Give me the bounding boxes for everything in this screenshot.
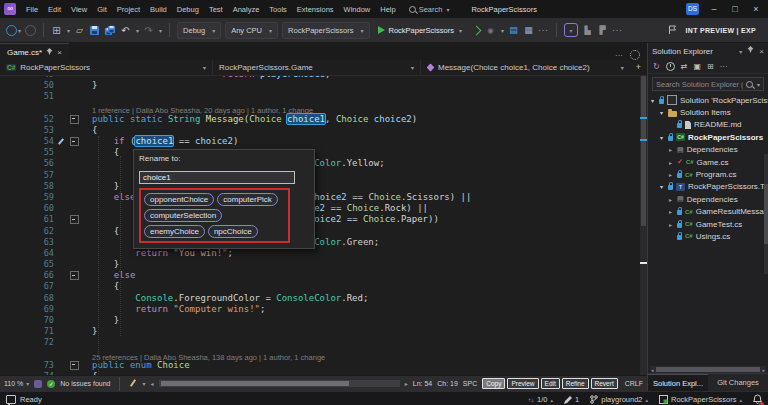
tab-close-icon[interactable]: × bbox=[57, 48, 62, 57]
minimize-button[interactable]: – bbox=[708, 4, 720, 14]
menu-tools[interactable]: Tools bbox=[264, 5, 292, 14]
feedback-icon[interactable] bbox=[6, 395, 16, 404]
menu-analyze[interactable]: Analyze bbox=[228, 5, 265, 14]
tree-item-game-cs[interactable]: ▸Game.cs bbox=[648, 156, 768, 168]
switch-views-icon[interactable] bbox=[653, 62, 660, 71]
expand-arrow-icon[interactable]: ▾ bbox=[660, 134, 668, 141]
properties-icon[interactable] bbox=[707, 62, 714, 71]
sync-commits-indicator[interactable]: ↑↓1/0▴ bbox=[528, 395, 553, 404]
panel-pin-icon[interactable] bbox=[747, 46, 754, 56]
fold-marker[interactable] bbox=[70, 115, 79, 124]
branch-indicator[interactable]: playground2▴ bbox=[590, 395, 648, 404]
toolbar-overflow-2-icon[interactable] bbox=[612, 23, 623, 37]
rename-suggestion-chip[interactable]: npcChoice bbox=[208, 225, 258, 238]
maximize-button[interactable]: □ bbox=[729, 4, 741, 14]
breadcrumb-type[interactable]: RockPaperScissors.Game▾ bbox=[212, 60, 420, 75]
save-all-icon[interactable] bbox=[104, 23, 116, 37]
open-file-icon[interactable] bbox=[74, 23, 85, 37]
navigate-forward-icon[interactable] bbox=[25, 23, 36, 37]
undo-icon[interactable] bbox=[120, 23, 131, 37]
quill-chevron[interactable]: ▾ bbox=[143, 380, 146, 387]
quill-icon[interactable] bbox=[128, 379, 137, 388]
panel-tab-solution-expl[interactable]: Solution Expl... bbox=[648, 374, 708, 391]
scroll-right-arrow[interactable]: ▸ bbox=[405, 380, 408, 387]
menu-git[interactable]: Git bbox=[92, 5, 112, 14]
panel-vertical-scrollbar[interactable] bbox=[764, 154, 768, 274]
toolbar-overflow-icon[interactable]: ··· bbox=[720, 62, 728, 71]
fold-marker[interactable] bbox=[70, 361, 79, 370]
scroll-left-arrow[interactable]: ◂ bbox=[151, 380, 154, 387]
fold-marker[interactable] bbox=[70, 137, 79, 146]
panel-horizontal-scrollbar[interactable]: ◂ ▸ bbox=[650, 366, 766, 373]
menu-extensions[interactable]: Extensions bbox=[292, 5, 339, 14]
split-editor-icon[interactable]: + bbox=[630, 62, 647, 72]
redo-icon[interactable] bbox=[143, 23, 154, 37]
eol-indicator[interactable]: CRLF bbox=[625, 380, 643, 387]
char-indicator[interactable]: Ch: 19 bbox=[437, 380, 458, 387]
notifications-bell-icon[interactable] bbox=[753, 394, 762, 405]
tree-item-dependencies[interactable]: ▸Dependencies bbox=[648, 144, 768, 156]
editor-button-refine[interactable]: Refine bbox=[562, 378, 589, 389]
expand-arrow-icon[interactable]: ▸ bbox=[669, 146, 677, 153]
navigate-backward-icon[interactable]: ▾ bbox=[6, 23, 21, 37]
rename-input[interactable] bbox=[139, 171, 295, 184]
panel-chevron-icon[interactable]: ▾ bbox=[739, 48, 742, 55]
solution-search-input[interactable]: Search Solution Explorer ( ▾ bbox=[652, 77, 764, 91]
toolbar-overflow-icon[interactable] bbox=[538, 23, 549, 37]
editor-button-edit[interactable]: Edit bbox=[541, 378, 560, 389]
tree-item-solution-items[interactable]: ▾Solution Items bbox=[648, 106, 768, 118]
search-control[interactable]: Search ▾ bbox=[409, 5, 450, 14]
rename-suggestion-chip[interactable]: enemyChoice bbox=[144, 225, 205, 238]
configuration-dropdown[interactable]: Debug▾ bbox=[177, 22, 221, 39]
tree-item-readme-md[interactable]: README.md bbox=[648, 119, 768, 131]
menu-window[interactable]: Window bbox=[339, 5, 376, 14]
undo-chevron[interactable]: ▾ bbox=[136, 27, 139, 34]
redo-chevron[interactable]: ▾ bbox=[159, 27, 162, 34]
scrollbar-thumb[interactable] bbox=[656, 367, 761, 372]
document-health-icon[interactable] bbox=[34, 380, 42, 388]
tree-item-dependencies[interactable]: ▸Dependencies bbox=[648, 193, 768, 205]
new-project-icon[interactable] bbox=[51, 23, 62, 37]
expand-arrow-icon[interactable]: ▸ bbox=[669, 208, 677, 215]
fold-marker[interactable] bbox=[70, 215, 79, 224]
tree-item-program-cs[interactable]: ▸Program.cs bbox=[648, 168, 768, 180]
spaces-indicator[interactable]: SPC bbox=[463, 380, 477, 387]
panel-close-icon[interactable]: × bbox=[759, 47, 764, 56]
task-list-icon[interactable] bbox=[597, 23, 608, 37]
menu-edit[interactable]: Edit bbox=[43, 5, 66, 14]
copilot-icon[interactable]: ▾ bbox=[564, 23, 578, 37]
expand-arrow-icon[interactable]: ▸ bbox=[669, 159, 677, 166]
tree-item-gameresultmessagete[interactable]: ▸GameResultMessageTe bbox=[648, 206, 768, 218]
expand-arrow-icon[interactable]: ▾ bbox=[660, 109, 668, 116]
live-share-icon[interactable] bbox=[582, 23, 593, 37]
scrollbar-thumb[interactable] bbox=[641, 76, 646, 226]
editor-vertical-scrollbar[interactable] bbox=[640, 76, 647, 375]
save-icon[interactable] bbox=[89, 23, 100, 37]
close-button[interactable]: × bbox=[750, 4, 762, 14]
tree-item-solution-rockpaperscissors-2[interactable]: ▾Solution 'RockPaperScissors' (2 bbox=[648, 94, 768, 106]
rename-suggestion-chip[interactable]: computerPick bbox=[217, 193, 277, 206]
panel-tab-git-changes[interactable]: Git Changes bbox=[708, 374, 768, 391]
menu-build[interactable]: Build bbox=[145, 5, 172, 14]
tree-item-usings-cs[interactable]: Usings.cs bbox=[648, 230, 768, 242]
codelens-annotation[interactable]: 1 reference | Dalia Abo Sheasha, 20 days… bbox=[0, 102, 640, 113]
repository-indicator[interactable]: RockPaperScissors▴ bbox=[659, 395, 742, 404]
tree-item-rockpaperscissors[interactable]: ▾RockPaperScissors bbox=[648, 131, 768, 143]
tab-game-cs[interactable]: Game.cs* × bbox=[0, 43, 69, 60]
hot-reload-chevron[interactable]: ▾ bbox=[501, 27, 504, 34]
menu-help[interactable]: Help bbox=[375, 5, 400, 14]
editor-button-preview[interactable]: Preview bbox=[507, 378, 538, 389]
attach-process-icon[interactable] bbox=[523, 23, 534, 37]
menu-project[interactable]: Project bbox=[112, 5, 145, 14]
editor-button-revert[interactable]: Revert bbox=[591, 378, 618, 389]
line-indicator[interactable]: Ln: 54 bbox=[413, 380, 432, 387]
menu-test[interactable]: Test bbox=[204, 5, 228, 14]
hot-reload-icon[interactable]: ◉ bbox=[485, 23, 496, 37]
editor-button-copy[interactable]: Copy bbox=[482, 378, 505, 389]
start-debugging-button[interactable]: RockPaperScissors ▾ bbox=[374, 26, 466, 35]
tree-item-gametest-cs[interactable]: ▸GameTest.cs bbox=[648, 218, 768, 230]
rename-suggestion-chip[interactable]: computerSelection bbox=[144, 209, 222, 222]
scroll-left-arrow[interactable]: ◂ bbox=[651, 367, 654, 373]
zoom-control[interactable]: 110 % ▾ bbox=[4, 380, 29, 387]
code-editor[interactable]: 49 return playerChoice;50}511 reference … bbox=[0, 76, 647, 375]
